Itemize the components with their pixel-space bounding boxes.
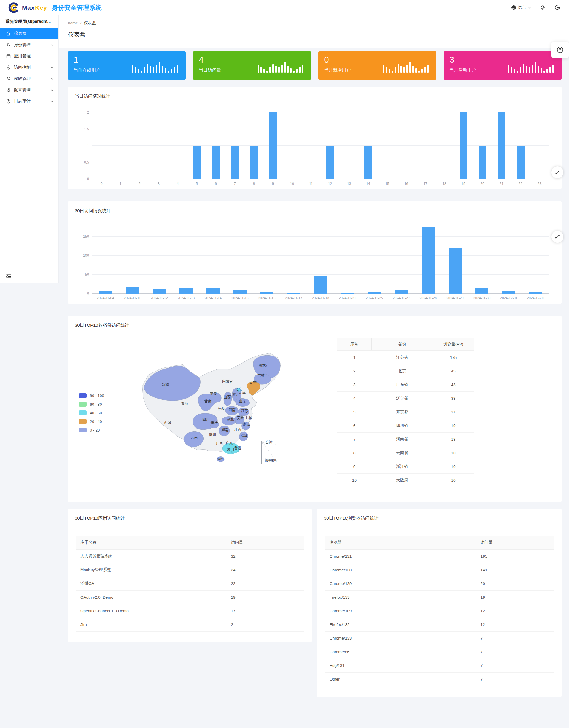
sidebar-item-label: 权限管理: [14, 76, 50, 81]
chevron-down-icon: [50, 88, 54, 92]
sidebar-item[interactable]: 权限管理: [0, 73, 58, 84]
table-row: 10 大阪府 10: [337, 473, 474, 487]
settings-button[interactable]: [540, 5, 546, 10]
cell-browser: Other: [325, 672, 476, 686]
svg-text:山东: 山东: [239, 399, 246, 403]
svg-text:海南: 海南: [217, 456, 224, 461]
stat-card: 4 当日访问量: [193, 51, 311, 80]
legend-label: 0 - 20: [90, 428, 100, 432]
stat-card-sparkline: [131, 58, 178, 73]
cell-visits: 32: [226, 549, 304, 563]
logout-button[interactable]: [554, 5, 560, 10]
svg-text:吉林: 吉林: [257, 373, 265, 378]
cell-app-name: 泛微OA: [76, 577, 226, 590]
china-map[interactable]: 新疆青海西藏甘肃宁夏内蒙古陕西山西河北北京天津山东河南江苏安徽上海浙江江西福建台…: [137, 351, 289, 471]
sidebar-item[interactable]: 身份管理: [0, 39, 58, 50]
question-circle-icon: [557, 46, 564, 53]
cell-visits: 195: [476, 549, 554, 563]
sidebar-item-label: 访问控制: [14, 65, 50, 70]
svg-text:湖南: 湖南: [221, 428, 229, 432]
cell-rank: 4: [337, 391, 371, 405]
cell-rank: 2: [337, 364, 371, 378]
svg-text:青海: 青海: [181, 402, 188, 406]
svg-text:广东: 广东: [226, 441, 233, 445]
svg-text:河南: 河南: [229, 408, 236, 412]
chart-magic-type-button[interactable]: [551, 231, 563, 243]
cell-rank: 8: [337, 446, 371, 460]
sidebar-item-label: 配置管理: [14, 87, 50, 93]
table-header-row: 应用名称 访问量: [76, 536, 304, 549]
svg-text:西藏: 西藏: [164, 421, 171, 425]
cell-rank: 5: [337, 405, 371, 419]
sidebar-item[interactable]: 应用管理: [0, 50, 58, 62]
svg-text:贵州: 贵州: [209, 432, 216, 437]
legend-swatch: [79, 428, 87, 432]
svg-text:云南: 云南: [191, 435, 198, 440]
cell-province: 广东省: [371, 378, 433, 391]
table-row: Firefox/132 12: [325, 618, 554, 631]
sidebar-item[interactable]: 日志审计: [0, 96, 58, 107]
map-legend-item: 60 - 80: [79, 402, 104, 407]
cell-app-name: 人力资源管理系统: [76, 549, 226, 563]
svg-text:台湾: 台湾: [266, 440, 273, 444]
legend-label: 80 - 100: [90, 394, 104, 398]
table-row: Chrome/109 12: [325, 604, 554, 618]
legend-label: 20 - 40: [90, 419, 102, 424]
breadcrumb-home[interactable]: home: [68, 21, 78, 25]
browser-table: 浏览器 访问量 Chrome/131 195: [317, 527, 562, 686]
cell-rank: 1: [337, 350, 371, 364]
cell-browser: Chrome/133: [325, 631, 476, 645]
cell-visits: 19: [226, 590, 304, 604]
table-row: Chrome/131 195: [325, 549, 554, 563]
panel-daily-visits: 当日访问情况统计 00.511.520123456789101112131415…: [68, 87, 562, 189]
province-table: 序号 省份 浏览量(PV) 1 江苏省 175: [337, 338, 474, 487]
page-head: home / 仪表盘 仪表盘: [59, 15, 569, 48]
chart-magic-type-button[interactable]: [551, 166, 563, 178]
gear-icon: [540, 5, 546, 10]
panel-title: 当日访问情况统计: [68, 87, 562, 105]
svg-text:广西: 广西: [216, 441, 223, 445]
breadcrumb-separator: /: [80, 21, 82, 25]
panel-monthly-visits: 30日访问情况统计 0501001502024-11-042024-11-112…: [68, 201, 562, 304]
sidebar-item-label: 身份管理: [14, 42, 50, 47]
cell-province: 辽宁省: [371, 391, 433, 405]
stat-card: 1 当前在线用户: [68, 51, 186, 80]
svg-text:湖北: 湖北: [227, 417, 234, 421]
legend-label: 40 - 60: [90, 411, 102, 415]
chevron-down-icon: [50, 66, 54, 69]
chevron-down-icon: [50, 100, 54, 103]
table-row: Chrome/86 7: [325, 645, 554, 659]
menu-fold-icon: [6, 273, 12, 279]
cell-rank: 6: [337, 419, 371, 432]
table-row: 4 辽宁省 33: [337, 391, 474, 405]
sidebar-item-icon: [6, 99, 11, 104]
sidebar-item[interactable]: 配置管理: [0, 84, 58, 96]
language-menu[interactable]: 语言: [511, 5, 531, 10]
svg-text:安徽: 安徽: [237, 416, 244, 420]
svg-text:澳门: 澳门: [227, 447, 234, 451]
panel-app-stats: 30日TOP10应用访问统计 应用名称 访问量: [68, 509, 312, 642]
table-row: Chrome/133 7: [325, 631, 554, 645]
help-button[interactable]: [551, 42, 569, 58]
sidebar-collapse-button[interactable]: [5, 272, 12, 280]
sidebar-item[interactable]: 访问控制: [0, 62, 58, 73]
panel-province-stats: 30日TOP10各省份访问统计 80 - 100 60 - 80: [68, 316, 562, 502]
svg-text:天津: 天津: [239, 391, 246, 395]
svg-text:内蒙古: 内蒙古: [222, 379, 233, 383]
stat-cards: 1 当前在线用户 4 当日访问量 0 当月新增用户 3: [68, 51, 562, 80]
stat-card-sparkline: [256, 58, 303, 73]
table-row: 9 浙江省 10: [337, 460, 474, 473]
table-row: 2 北京 45: [337, 364, 474, 378]
cell-pv: 43: [433, 378, 474, 391]
cell-province: 云南省: [371, 446, 433, 460]
cell-pv: 10: [433, 473, 474, 487]
cell-province: 大阪府: [371, 473, 433, 487]
sidebar-item[interactable]: 仪表盘: [0, 28, 58, 39]
cell-visits: 12: [476, 604, 554, 618]
svg-text:新疆: 新疆: [162, 383, 169, 387]
svg-text:山西: 山西: [224, 395, 231, 399]
stat-card: 3 当月活动用户: [443, 51, 562, 80]
cell-visits: 7: [476, 645, 554, 659]
cell-pv: 10: [433, 460, 474, 473]
maxkey-logo: MaxKey 身份安全管理系统: [8, 2, 102, 14]
